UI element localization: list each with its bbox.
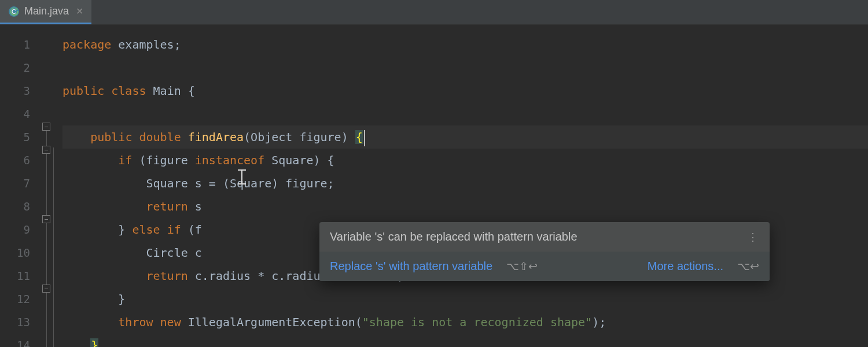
line-number: 6 [0,149,41,172]
fold-toggle-icon[interactable]: – [42,215,50,223]
file-tab[interactable]: C Main.java ✕ [0,0,91,24]
fold-gutter: – – – – [41,25,62,347]
line-number: 10 [0,241,41,264]
intention-more-actions[interactable]: More actions... [648,260,723,273]
line-number: 1 [0,33,41,56]
shortcut-hint: ⌥⇧↩ [506,260,538,273]
close-icon[interactable]: ✕ [76,6,83,17]
code-area[interactable]: package examples; public class Main { pu… [62,25,868,347]
line-number: 14 [0,334,41,347]
fold-toggle-icon[interactable]: – [42,285,50,293]
text-caret [364,130,365,146]
java-class-icon: C [8,6,20,17]
shortcut-hint: ⌥↩ [737,260,759,273]
line-number: 9 [0,218,41,241]
tab-filename: Main.java [24,5,69,17]
line-number: 11 [0,264,41,287]
line-number: 8 [0,195,41,218]
editor: 1 2 3 4 5 6 7 8 9 10 11 12 13 14 – – – –… [0,25,868,347]
fold-toggle-icon[interactable]: – [42,123,50,131]
line-number: 5 [0,125,41,149]
line-number: 2 [0,56,41,79]
fold-toggle-icon[interactable]: – [42,146,50,154]
line-number: 12 [0,287,41,311]
intention-popup: Variable 's' can be replaced with patter… [319,222,770,281]
more-vert-icon[interactable]: ⋮ [748,235,759,239]
line-number-gutter: 1 2 3 4 5 6 7 8 9 10 11 12 13 14 [0,25,41,347]
line-number: 4 [0,102,41,125]
intention-title: Variable 's' can be replaced with patter… [330,230,578,243]
svg-text:C: C [12,8,16,15]
line-number: 7 [0,172,41,195]
tab-bar: C Main.java ✕ [0,0,868,25]
line-number: 13 [0,311,41,334]
intention-action-replace[interactable]: Replace 's' with pattern variable [330,260,492,273]
line-number: 3 [0,79,41,102]
